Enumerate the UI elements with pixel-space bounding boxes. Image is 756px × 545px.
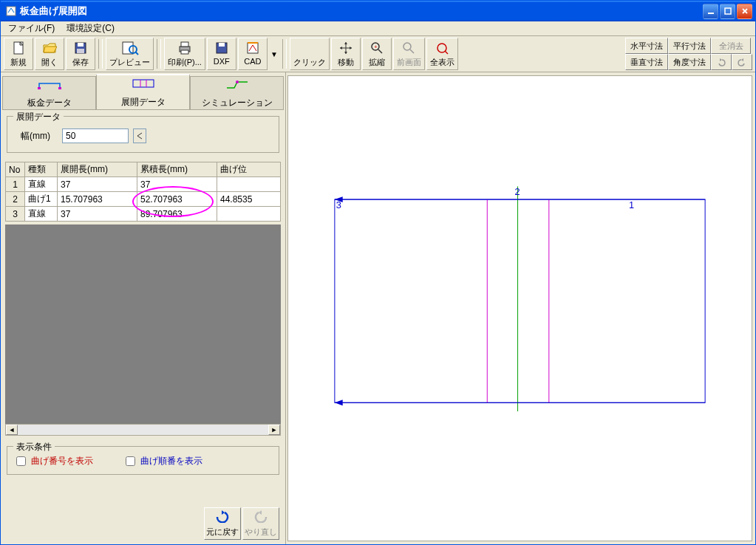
sheet-tab-icon [35,78,64,94]
svg-point-20 [403,43,411,50]
tab-sheet-data[interactable]: 板金データ [2,76,96,109]
drawing-label-3: 3 [336,199,341,210]
dim-parallel-button[interactable]: 平行寸法 [668,38,711,54]
tabs: 板金データ 展開データ シミュレーション [2,74,284,110]
undo-button[interactable]: 元に戻す [204,507,241,540]
new-button[interactable]: 新規 [4,38,33,70]
preview-label: プレビュー [109,57,150,68]
print-icon [176,40,194,56]
save-label: 保存 [72,57,89,68]
toolbar: 新規 開く 保存 プレビュー 印刷(P)... [1,36,755,72]
svg-rect-6 [77,49,84,53]
redo-button[interactable]: やり直し [242,507,279,540]
svg-rect-1 [708,13,714,14]
show-bend-order-checkbox[interactable] [126,456,135,466]
zoom-icon: + [368,40,386,56]
tab-develop-label: 展開データ [121,96,166,109]
scroll-left-button[interactable]: ◄ [6,425,18,435]
content: 板金データ 展開データ シミュレーション 展開データ [1,72,755,544]
move-label: 移動 [338,57,354,68]
prev-view-button[interactable]: 前画面 [393,38,425,70]
drawing-label-2: 2 [515,186,520,197]
tab-sim-label: シミュレーション [202,97,273,109]
undo-icon [214,510,231,527]
table-hscroll[interactable]: ◄ ► [5,424,281,436]
show-bend-number-label: 曲げ番号を表示 [31,455,93,467]
click-button[interactable]: クリック [290,38,330,70]
print-button[interactable]: 印刷(P)... [164,38,205,70]
dxf-label: DXF [214,57,230,66]
svg-rect-11 [181,42,188,47]
show-bend-order-label: 曲げ順番を表示 [140,455,202,467]
svg-line-9 [135,52,138,55]
col-cum: 累積長(mm) [137,162,217,177]
col-len: 展開長(mm) [58,162,137,177]
close-button[interactable] [737,4,752,19]
prev-view-label: 前画面 [397,57,421,68]
menu-env[interactable]: 環境設定(C) [62,21,119,36]
svg-rect-5 [78,43,84,47]
redo-icon [253,510,269,527]
left-pane: 板金データ 展開データ シミュレーション 展開データ [1,72,286,544]
dim-vertical-button[interactable]: 垂直寸法 [625,54,668,70]
show-bend-order-check[interactable]: 曲げ順番を表示 [123,454,202,468]
preview-button[interactable]: プレビュー [106,38,154,70]
table-row[interactable]: 3 直線 37 89.707963 [6,207,281,222]
print-label: 印刷(P)... [168,57,202,68]
move-button[interactable]: 移動 [331,38,361,70]
open-icon [41,40,58,56]
window-title: 板金曲げ展開図 [20,4,703,18]
show-bend-number-checkbox[interactable] [16,456,26,466]
preview-icon [121,40,139,56]
data-table-wrap: No 種類 展開長(mm) 累積長(mm) 曲げ位 1 直線 37 37 [5,162,281,222]
svg-line-23 [445,51,448,54]
tab-develop-data[interactable]: 展開データ [96,74,190,109]
svg-rect-26 [133,80,154,87]
click-icon [301,40,319,56]
cad-dropdown[interactable]: ▼ [269,38,279,70]
undo-label: 元に戻す [206,527,239,538]
zoom-label: 拡縮 [369,57,385,68]
show-bend-number-check[interactable]: 曲げ番号を表示 [13,454,93,468]
menubar: ファイル(F) 環境設定(C) [1,21,755,36]
dim-angle-button[interactable]: 角度寸法 [668,54,711,70]
svg-rect-14 [219,43,225,47]
develop-group-title: 展開データ [13,111,64,123]
width-label: 幅(mm) [21,130,58,143]
develop-tab-icon [129,77,158,93]
menu-file[interactable]: ファイル(F) [4,21,59,36]
width-input[interactable] [62,128,129,143]
col-no: No [6,162,25,177]
drawing-svg: 3 2 1 [288,76,752,541]
minimize-button[interactable] [703,4,718,19]
all-view-button[interactable]: 全表示 [426,38,458,70]
svg-text:+: + [374,44,378,50]
new-label: 新規 [10,57,27,68]
table-row[interactable]: 1 直線 37 37 [6,177,281,192]
drawing-area[interactable]: 3 2 1 [287,75,752,541]
clear-all-button[interactable]: 全消去 [711,38,751,54]
scroll-track[interactable] [18,425,268,435]
cad-button[interactable]: CAD [238,38,268,70]
svg-rect-25 [58,87,61,89]
maximize-button[interactable] [720,4,735,19]
cad-label: CAD [244,57,261,66]
sim-tab-icon [222,78,252,94]
undo-small-button[interactable] [711,54,732,70]
redo-small-button[interactable] [732,54,752,70]
dxf-button[interactable]: DXF [207,38,236,70]
table-row[interactable]: 2 曲げ1 15.707963 52.707963 44.8535 [6,192,281,207]
click-label: クリック [293,57,326,68]
width-step-button[interactable] [133,128,146,143]
develop-group: 展開データ 幅(mm) [7,116,279,153]
dim-horizontal-button[interactable]: 水平寸法 [625,38,668,54]
tab-simulation[interactable]: シミュレーション [190,76,284,109]
save-button[interactable]: 保存 [66,38,95,70]
open-label: 開く [41,57,58,68]
dxf-icon [213,40,231,56]
tab-sheet-label: 板金データ [27,97,72,109]
scroll-right-button[interactable]: ► [268,425,280,435]
svg-line-21 [410,49,414,53]
zoom-button[interactable]: + 拡縮 [362,38,392,70]
open-button[interactable]: 開く [35,38,64,70]
